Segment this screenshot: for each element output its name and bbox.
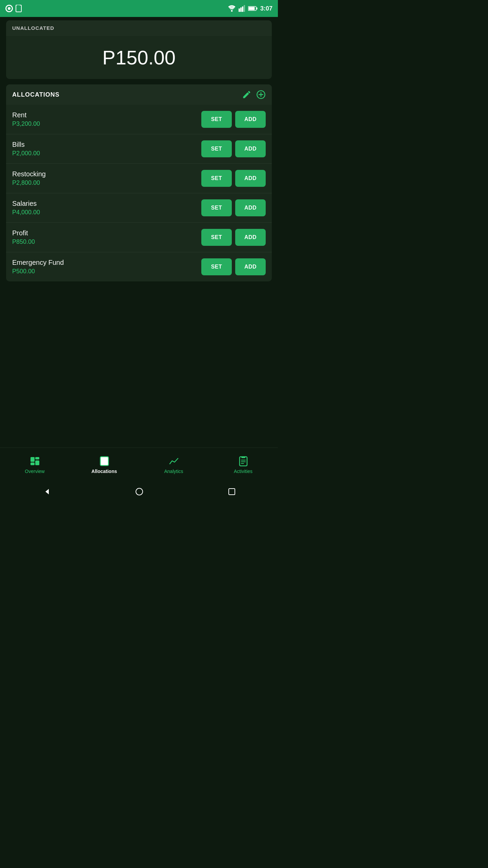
allocation-info: Salaries P4,000.00 (12, 200, 201, 216)
unallocated-amount-value: P150.00 (102, 46, 176, 68)
svg-rect-16 (102, 462, 105, 463)
allocation-buttons: SET ADD (201, 258, 266, 275)
allocation-item: Emergency Fund P500.00 SET ADD (6, 252, 272, 281)
allocation-buttons: SET ADD (201, 229, 266, 246)
allocations-section: ALLOCATIONS Rent (6, 84, 272, 281)
allocations-title: ALLOCATIONS (12, 91, 60, 98)
home-icon (135, 488, 143, 496)
svg-rect-11 (35, 460, 39, 465)
svg-rect-17 (240, 457, 247, 466)
allocation-info: Rent P3,200.00 (12, 111, 201, 127)
svg-rect-15 (102, 461, 107, 462)
recent-icon (228, 488, 236, 495)
allocations-header: ALLOCATIONS (6, 84, 272, 105)
svg-rect-12 (30, 462, 35, 465)
allocation-amount: P4,000.00 (12, 209, 201, 216)
allocations-icon (99, 456, 110, 467)
analytics-icon (168, 456, 179, 467)
allocation-info: Emergency Fund P500.00 (12, 259, 201, 275)
allocation-item: Rent P3,200.00 SET ADD (6, 105, 272, 134)
time-display: 3:07 (260, 5, 272, 12)
allocation-buttons: SET ADD (201, 111, 266, 128)
allocation-item: Profit P850.00 SET ADD (6, 223, 272, 252)
allocation-name: Rent (12, 111, 201, 119)
svg-rect-10 (35, 457, 39, 459)
svg-rect-6 (248, 7, 255, 10)
activities-icon (238, 456, 249, 467)
svg-rect-14 (102, 459, 107, 460)
unallocated-section: UNALLOCATED P150.00 (6, 20, 272, 79)
svg-point-0 (231, 10, 232, 12)
unallocated-header: UNALLOCATED (6, 20, 272, 36)
add-button[interactable]: ADD (235, 170, 266, 187)
nav-activities[interactable]: Activities (208, 453, 278, 477)
status-bar-left (5, 5, 22, 12)
nav-overview[interactable]: Overview (0, 453, 69, 477)
set-button[interactable]: SET (201, 258, 232, 275)
wifi-icon (228, 5, 236, 12)
back-button[interactable] (42, 488, 50, 496)
allocation-amount: P500.00 (12, 268, 201, 275)
svg-rect-20 (241, 461, 246, 462)
svg-rect-3 (242, 6, 243, 12)
add-button[interactable]: ADD (235, 199, 266, 216)
nav-analytics[interactable]: Analytics (139, 453, 208, 477)
add-button[interactable]: ADD (235, 258, 266, 275)
status-bar: 3:07 (0, 0, 278, 17)
bottom-nav: Overview Allocations Analytics (0, 448, 278, 481)
svg-rect-2 (240, 7, 242, 12)
allocation-buttons: SET ADD (201, 170, 266, 187)
allocation-name: Emergency Fund (12, 259, 201, 267)
allocation-info: Restocking P2,800.00 (12, 170, 201, 186)
allocation-amount: P2,000.00 (12, 150, 201, 157)
allocation-item: Bills P2,000.00 SET ADD (6, 134, 272, 164)
recent-button[interactable] (228, 488, 236, 495)
status-bar-right: 3:07 (228, 5, 272, 12)
add-button[interactable]: ADD (235, 111, 266, 128)
allocation-items-container: Rent P3,200.00 SET ADD Bills P2,000.00 S… (6, 105, 272, 281)
svg-point-23 (136, 488, 143, 495)
allocation-item: Restocking P2,800.00 SET ADD (6, 164, 272, 193)
svg-marker-22 (45, 489, 49, 494)
battery-icon (248, 6, 258, 11)
allocation-amount: P3,200.00 (12, 120, 201, 127)
unallocated-amount-container: P150.00 (6, 36, 272, 79)
svg-rect-19 (241, 460, 246, 460)
svg-rect-24 (229, 489, 235, 495)
allocations-nav-label: Allocations (92, 469, 117, 474)
allocation-amount: P850.00 (12, 238, 201, 245)
add-circle-icon (256, 90, 266, 99)
set-button[interactable]: SET (201, 229, 232, 246)
set-button[interactable]: SET (201, 111, 232, 128)
add-button[interactable]: ADD (235, 140, 266, 157)
add-allocation-button[interactable] (256, 90, 266, 99)
allocation-info: Profit P850.00 (12, 229, 201, 245)
pencil-icon (242, 90, 251, 99)
svg-rect-4 (244, 5, 245, 12)
home-button[interactable] (135, 488, 143, 496)
signal-icon (239, 5, 245, 12)
allocation-buttons: SET ADD (201, 140, 266, 157)
allocation-name: Profit (12, 229, 201, 237)
overview-icon (29, 456, 40, 467)
allocation-name: Restocking (12, 170, 201, 178)
analytics-nav-label: Analytics (164, 469, 183, 474)
svg-rect-9 (30, 457, 35, 462)
svg-rect-7 (256, 7, 257, 9)
svg-rect-21 (241, 463, 244, 464)
allocation-info: Bills P2,000.00 (12, 141, 201, 157)
svg-rect-1 (239, 8, 240, 12)
svg-rect-18 (241, 456, 245, 458)
overview-nav-label: Overview (25, 469, 44, 474)
allocation-name: Salaries (12, 200, 201, 208)
set-button[interactable]: SET (201, 170, 232, 187)
allocations-actions (242, 90, 266, 99)
add-button[interactable]: ADD (235, 229, 266, 246)
edit-allocations-button[interactable] (242, 90, 251, 99)
set-button[interactable]: SET (201, 140, 232, 157)
sim-icon (16, 5, 22, 12)
nav-allocations[interactable]: Allocations (69, 453, 139, 477)
set-button[interactable]: SET (201, 199, 232, 216)
system-nav (0, 481, 278, 502)
allocation-buttons: SET ADD (201, 199, 266, 216)
